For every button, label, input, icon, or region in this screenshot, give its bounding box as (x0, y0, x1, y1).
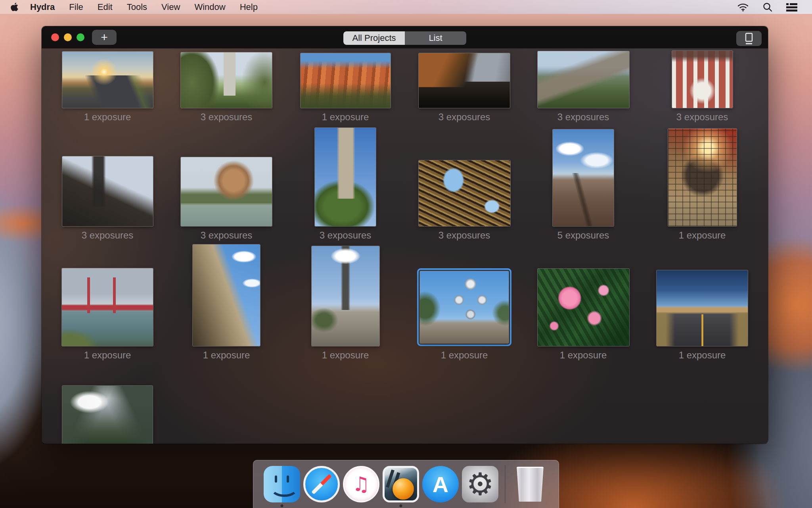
project-caption: 1 exposure (679, 226, 726, 244)
project-item[interactable]: 1 exposure (286, 244, 405, 364)
project-thumbnail-palace-of-fine-arts[interactable] (181, 157, 272, 226)
project-item[interactable]: 1 exposure (286, 48, 405, 126)
projects-grid: 1 exposure 3 exposures 1 exposure 3 expo… (42, 48, 768, 444)
project-caption: 3 exposures (557, 108, 609, 126)
project-item[interactable]: 1 exposure (643, 126, 762, 244)
projects-row: 1 exposure 1 exposure 1 exposure 1 expos… (42, 244, 768, 364)
empty-cell (643, 364, 762, 444)
dock-item-app-store[interactable]: A (422, 460, 459, 508)
menu-tools[interactable]: Tools (127, 2, 147, 12)
project-caption: 1 exposure (679, 346, 726, 364)
dock: ♫ A ⚙ (253, 460, 559, 508)
dock-item-trash[interactable] (511, 460, 549, 508)
project-thumbnail-clock-tower-park[interactable] (181, 52, 272, 108)
app-menu-hydra[interactable]: Hydra (30, 2, 55, 12)
project-thumbnail-gothic-facade-flag[interactable] (193, 244, 260, 346)
empty-cell (524, 364, 643, 444)
menu-help[interactable]: Help (240, 2, 258, 12)
project-item-selected[interactable]: 1 exposure (405, 244, 524, 364)
project-caption: 1 exposure (560, 346, 607, 364)
close-button[interactable] (51, 33, 59, 41)
safari-icon (303, 466, 340, 502)
project-item[interactable]: 5 exposures (524, 126, 643, 244)
project-item[interactable]: 1 exposure (524, 244, 643, 364)
wifi-icon[interactable] (737, 2, 749, 12)
project-caption: 1 exposure (84, 108, 131, 126)
search-icon[interactable] (762, 2, 773, 12)
tab-list[interactable]: List (405, 31, 466, 45)
project-thumbnail-pink-oleander[interactable] (538, 269, 629, 346)
project-item[interactable]: 3 exposures (167, 126, 286, 244)
project-thumbnail-red-white-building[interactable] (672, 51, 733, 108)
project-thumbnail-belfry-rooftops[interactable] (62, 156, 153, 226)
project-thumbnail-sunset-road[interactable] (62, 52, 153, 108)
project-item[interactable]: 3 exposures (643, 48, 762, 126)
menu-file[interactable]: File (69, 2, 83, 12)
project-thumbnail-apple-store-glass[interactable] (668, 129, 737, 226)
tab-all-projects[interactable]: All Projects (343, 31, 405, 45)
display-mode-button[interactable] (736, 31, 762, 46)
project-caption: 3 exposures (320, 226, 372, 244)
apple-menu-icon[interactable] (10, 2, 19, 12)
project-item[interactable]: 3 exposures (286, 126, 405, 244)
project-thumbnail-desert-road[interactable] (657, 270, 748, 346)
project-thumbnail-golden-gate-bridge[interactable] (62, 268, 153, 346)
empty-cell (405, 364, 524, 444)
running-indicator (400, 504, 402, 507)
project-thumbnail-eiffel-tower[interactable] (312, 246, 379, 346)
dock-item-safari[interactable] (303, 460, 340, 508)
project-caption: 3 exposures (676, 108, 728, 126)
minimize-button[interactable] (64, 33, 72, 41)
dock-item-hydra[interactable] (382, 460, 419, 508)
project-item[interactable] (48, 364, 167, 444)
projects-row (42, 364, 768, 444)
zoom-button[interactable] (77, 33, 84, 41)
project-caption: 1 exposure (322, 108, 369, 126)
dock-item-finder[interactable] (263, 460, 301, 508)
dock-separator (505, 465, 506, 503)
dock-item-itunes[interactable]: ♫ (343, 460, 380, 508)
project-caption: 3 exposures (439, 226, 490, 244)
window-titlebar[interactable]: + All Projects List (42, 26, 768, 48)
system-preferences-icon: ⚙ (462, 466, 498, 502)
project-item[interactable]: 3 exposures (48, 126, 167, 244)
project-caption: 3 exposures (201, 108, 253, 126)
selection-border (417, 268, 511, 346)
project-item[interactable]: 1 exposure (48, 48, 167, 126)
project-thumbnail-el-capitan-dusk[interactable] (419, 53, 510, 108)
empty-cell (167, 364, 286, 444)
project-caption: 3 exposures (82, 226, 134, 244)
project-caption: 1 exposure (322, 346, 369, 364)
new-project-button[interactable]: + (92, 30, 117, 45)
menu-edit[interactable]: Edit (98, 2, 113, 12)
project-item[interactable]: 3 exposures (524, 48, 643, 126)
project-thumbnail-corsica-mountains[interactable] (538, 51, 629, 108)
project-thumbnail-wicker-sculpture[interactable] (419, 160, 510, 226)
project-caption: 3 exposures (439, 108, 490, 126)
project-item[interactable]: 1 exposure (167, 244, 286, 364)
project-item[interactable]: 1 exposure (643, 244, 762, 364)
view-mode-segmented-control: All Projects List (343, 31, 466, 45)
running-indicator (281, 504, 283, 507)
project-thumbnail-atomium[interactable] (420, 271, 509, 343)
projects-row: 3 exposures 3 exposures 3 exposures 3 ex… (42, 126, 768, 244)
hydra-window: + All Projects List 1 exposure 3 exposur… (42, 26, 768, 444)
notification-center-icon[interactable] (786, 2, 797, 12)
project-item[interactable]: 3 exposures (405, 126, 524, 244)
project-caption: 5 exposures (557, 226, 609, 244)
project-thumbnail-bryce-canyon[interactable] (301, 53, 391, 108)
project-caption: 1 exposure (84, 346, 131, 364)
project-caption: 3 exposures (201, 226, 253, 244)
menu-bar: Hydra File Edit Tools View Window Help (0, 0, 812, 14)
dock-item-system-preferences[interactable]: ⚙ (462, 460, 499, 508)
project-thumbnail-stone-bell-tower[interactable] (315, 128, 376, 226)
project-thumbnail-misty-valley[interactable] (62, 386, 153, 444)
project-thumbnail-pier-panorama[interactable] (553, 129, 614, 226)
project-item[interactable]: 3 exposures (405, 48, 524, 126)
finder-icon (264, 466, 300, 502)
menu-window[interactable]: Window (194, 2, 225, 12)
project-item[interactable]: 3 exposures (167, 48, 286, 126)
project-item[interactable]: 1 exposure (48, 244, 167, 364)
menu-view[interactable]: View (161, 2, 180, 12)
empty-cell (286, 364, 405, 444)
